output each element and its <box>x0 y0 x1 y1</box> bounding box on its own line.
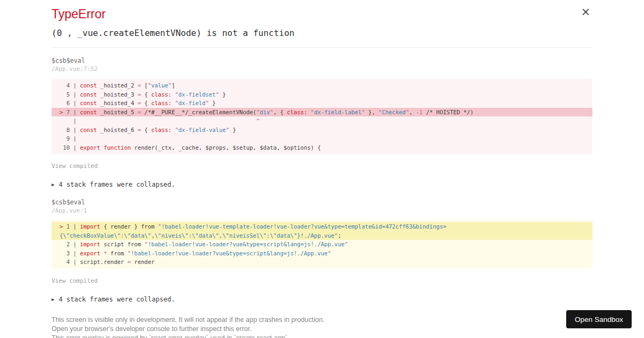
code-line: 10 | export function render(_ctx, _cache… <box>52 143 592 152</box>
footer-note-console: Open your browser’s developer console to… <box>52 325 592 334</box>
frame-function-name: $csb$eval <box>52 57 592 64</box>
expand-icon: ▶ <box>52 181 54 188</box>
collapsed-frames-label: 4 stack frames were collapsed. <box>58 181 175 188</box>
footer-notes: This screen is visible only in developme… <box>52 315 592 338</box>
code-line: {\"checkBoxValue\":\"data\",\"niveis\":\… <box>52 231 592 240</box>
code-line: | ^ <box>52 116 592 126</box>
code-line: 5 | const _hoisted_3 = { class: "dx-fiel… <box>52 90 592 99</box>
divider <box>52 47 592 48</box>
code-line: 3 | export * from "!babel-loader!vue-loa… <box>52 249 592 258</box>
code-line: 4 | script.render = render <box>52 258 592 267</box>
frame-source-location: /App.vue:7:52 <box>52 66 592 72</box>
code-line: 6 | const _hoisted_4 = { class: "dx-fiel… <box>52 99 592 108</box>
view-compiled-link[interactable]: View compiled <box>52 163 98 170</box>
frame-function-name: $csb$eval <box>52 199 592 205</box>
code-block-error: 4 | const _hoisted_2 = ["value"] 5 | con… <box>52 79 592 154</box>
code-line: 2 | import script from "!babel-loader!vu… <box>52 240 592 249</box>
collapsed-frames-toggle[interactable]: ▶4 stack frames were collapsed. <box>52 296 592 303</box>
error-overlay: TypeError (0 , _vue.createElementVNode) … <box>0 7 644 338</box>
footer-note-overlay: This error overlay is powered by `react-… <box>52 334 592 338</box>
error-title: TypeError <box>52 7 592 21</box>
expand-icon: ▶ <box>52 296 54 303</box>
code-line: 9 | <box>52 134 592 143</box>
code-line: > 1 | import { render } from "!babel-loa… <box>52 222 592 231</box>
error-message: (0 , _vue.createElementVNode) is not a f… <box>52 28 592 39</box>
frame-source-location: /App.vue:1 <box>52 208 592 214</box>
close-button[interactable]: × <box>580 5 591 19</box>
code-line: 4 | const _hoisted_2 = ["value"] <box>52 81 592 90</box>
view-compiled-link[interactable]: View compiled <box>52 278 98 284</box>
collapsed-frames-toggle[interactable]: ▶4 stack frames were collapsed. <box>52 181 592 188</box>
footer-note-development: This screen is visible only in developme… <box>52 315 592 325</box>
open-sandbox-button[interactable]: Open Sandbox <box>566 310 632 328</box>
code-line: > 7 | const _hoisted_5 = /*#__PURE__*/_c… <box>52 108 592 117</box>
close-icon: × <box>581 5 590 18</box>
collapsed-frames-label: 4 stack frames were collapsed. <box>58 296 175 303</box>
code-block-warning: > 1 | import { render } from "!babel-loa… <box>52 220 592 269</box>
code-line: 8 | const _hoisted_6 = { class: "dx-fiel… <box>52 126 592 135</box>
